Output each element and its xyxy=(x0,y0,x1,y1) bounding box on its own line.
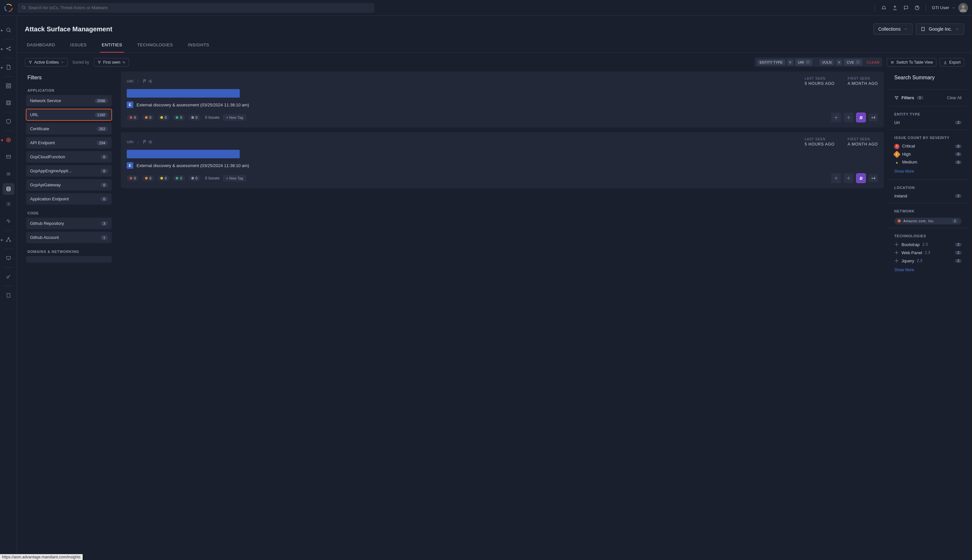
filter-count: 0 xyxy=(100,155,108,159)
tab-technologies[interactable]: TECHNOLOGIES xyxy=(135,38,175,53)
new-tag-button[interactable]: + New Tag xyxy=(223,114,246,121)
switch-table-view-button[interactable]: Switch To Table View xyxy=(887,58,937,67)
severity-low: 0 xyxy=(173,175,185,181)
rail-item-layers[interactable] xyxy=(0,94,17,111)
rail-item-search[interactable]: ▸ xyxy=(0,22,17,38)
clear-all-link[interactable]: Clear All xyxy=(947,96,962,100)
close-icon[interactable]: ⓧ xyxy=(856,60,860,65)
rail-item-list[interactable] xyxy=(0,165,17,182)
tech-name: Web Panel xyxy=(902,250,922,255)
tech-jquery[interactable]: Jquery 2.3 2 xyxy=(888,257,967,265)
rail-item-grid[interactable] xyxy=(0,77,17,94)
caret-down-icon: ▾ xyxy=(1,138,3,143)
entity-type-row[interactable]: Uri 2 xyxy=(888,119,967,126)
rail-item-shield[interactable] xyxy=(0,113,17,130)
more-badge[interactable]: +4 xyxy=(868,174,878,182)
tab-dashboard[interactable]: DASHBOARD xyxy=(25,38,57,53)
rail-item-database[interactable] xyxy=(3,183,14,195)
bootstrap-badge[interactable]: B xyxy=(856,113,866,122)
filter-count: 234 xyxy=(97,141,108,145)
bootstrap-badge[interactable]: B xyxy=(856,173,866,183)
caret-right-icon: ▸ xyxy=(1,65,3,70)
filter-certificate[interactable]: Certificate 252 xyxy=(26,123,112,135)
result-card[interactable]: URI | IE LAST SEEN 5 HOURS AGO FIRST SEE… xyxy=(121,132,884,188)
svg-line-13 xyxy=(8,49,10,50)
severity-critical-row[interactable]: !Critical 0 xyxy=(888,142,967,150)
network-row[interactable]: Amazon.com, Inc. 2 xyxy=(894,218,962,225)
new-tag-button[interactable]: + New Tag xyxy=(223,175,246,182)
upload-icon[interactable] xyxy=(892,5,898,10)
severity-medium: 0 xyxy=(157,115,169,120)
filter-application-endpoint[interactable]: Application Endpoint 0 xyxy=(26,193,112,205)
rail-item-network[interactable]: ▸ xyxy=(0,231,17,248)
tech-web-panel[interactable]: Web Panel 2.3 2 xyxy=(888,249,967,257)
filter-gcp-cloud-function[interactable]: GcpCloudFunction 0 xyxy=(26,151,112,163)
filter-url[interactable]: URL 1192 xyxy=(26,109,112,120)
filter-count: 0 xyxy=(100,169,108,173)
comment-icon[interactable] xyxy=(903,5,908,10)
tech-icon-1[interactable] xyxy=(831,113,841,122)
app-logo[interactable] xyxy=(4,3,13,12)
filter-api-endpoint[interactable]: API Endpoint 234 xyxy=(26,137,112,148)
tech-icon-2[interactable] xyxy=(844,173,853,183)
avatar[interactable] xyxy=(958,3,968,13)
filter-domains-item[interactable] xyxy=(26,256,112,263)
collections-dropdown[interactable]: Collections xyxy=(873,23,913,35)
svg-point-2 xyxy=(4,3,13,12)
org-dropdown[interactable]: Google Inc. xyxy=(916,23,964,35)
show-more-tech[interactable]: Show More xyxy=(888,265,967,275)
svg-point-27 xyxy=(7,187,10,188)
rail-item-docs[interactable]: ▸ xyxy=(0,59,17,76)
close-icon[interactable]: ⓧ xyxy=(806,60,810,65)
rail-item-key[interactable] xyxy=(0,268,17,285)
tab-entities[interactable]: ENTITIES xyxy=(100,38,124,53)
active-entities-dropdown[interactable]: Active Entities xyxy=(25,58,68,67)
chip-cve[interactable]: CVEⓧ xyxy=(844,59,862,66)
redacted-title xyxy=(127,89,240,98)
location-row[interactable]: Ireland 2 xyxy=(888,192,967,200)
tech-icon-2[interactable] xyxy=(844,113,853,122)
filter-github-repository[interactable]: Github Repository 3 xyxy=(26,218,112,229)
filter-label: URL xyxy=(30,112,38,117)
tab-issues[interactable]: ISSUES xyxy=(68,38,89,53)
section-technologies: TECHNOLOGIES xyxy=(888,232,967,240)
rail-item-monitor[interactable] xyxy=(0,250,17,267)
filter-gcp-api-gateway[interactable]: GcpApiGateway 0 xyxy=(26,179,112,191)
rail-item-page[interactable] xyxy=(0,287,17,304)
location-count: 2 xyxy=(955,194,962,198)
search-input[interactable] xyxy=(28,5,370,10)
clear-filters[interactable]: CLEAR xyxy=(867,60,880,64)
more-badge[interactable]: +4 xyxy=(868,113,878,122)
global-search[interactable] xyxy=(18,3,374,13)
entity-type-count: 2 xyxy=(955,121,962,124)
medium-icon: ▲ xyxy=(894,160,900,165)
tech-bootstrap[interactable]: Bootstrap 2.3 2 xyxy=(888,240,967,249)
rail-item-share[interactable]: ▸ xyxy=(0,40,17,57)
severity-medium-row[interactable]: ▲Medium 0 xyxy=(888,158,967,167)
tech-icon-1[interactable] xyxy=(831,173,841,183)
download-icon xyxy=(943,60,947,64)
first-seen-label: FIRST SEEN xyxy=(848,137,878,141)
help-icon[interactable] xyxy=(915,5,920,10)
tech-count: 2 xyxy=(955,243,962,247)
filter-github-account[interactable]: Github Account 1 xyxy=(26,232,112,243)
svg-rect-17 xyxy=(9,87,10,88)
show-more-severity[interactable]: Show More xyxy=(888,167,967,176)
first-seen-label: FIRST SEEN xyxy=(848,77,878,80)
rail-item-dashboard[interactable] xyxy=(0,148,17,165)
entity-type-label: URI xyxy=(127,140,134,144)
filter-network-service[interactable]: Network Service 2598 xyxy=(26,95,112,107)
sort-first-seen[interactable]: First seen xyxy=(94,58,129,67)
user-menu[interactable]: GTI User xyxy=(932,3,968,13)
rail-item-target[interactable]: ▾ xyxy=(0,132,17,148)
export-button[interactable]: Export xyxy=(940,58,964,67)
chip-uri[interactable]: URIⓧ xyxy=(795,59,812,66)
rail-item-activity[interactable] xyxy=(0,212,17,229)
tab-insights[interactable]: INSIGHTS xyxy=(186,38,211,53)
notifications-icon[interactable] xyxy=(881,5,887,10)
rail-item-gear[interactable] xyxy=(0,195,17,212)
user-label: GTI User xyxy=(932,5,949,10)
severity-high-row[interactable]: !High 0 xyxy=(888,150,967,158)
filter-gcp-app-engine[interactable]: GcpAppEngineAppli... 0 xyxy=(26,165,112,177)
result-card[interactable]: URI | IE LAST SEEN 5 HOURS AGO FIRST SEE… xyxy=(121,72,884,128)
